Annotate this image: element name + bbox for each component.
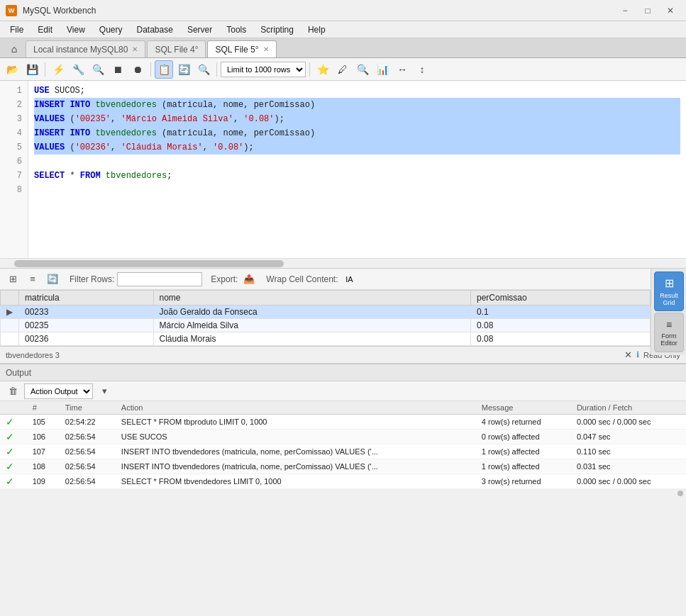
result-close-btn[interactable]: ✕ (619, 347, 636, 364)
tab-close-local[interactable]: ✕ (132, 45, 138, 53)
output-status: ✓ (0, 474, 27, 489)
output-row[interactable]: ✓ 109 02:56:54 SELECT * FROM tbvendedore… (0, 474, 686, 489)
app-icon: W (6, 5, 17, 16)
tab-sql-file-4[interactable]: SQL File 4° (147, 40, 206, 57)
unindent-button[interactable]: ↔ (393, 60, 411, 79)
row-indicator (1, 332, 19, 346)
stop-button[interactable]: ⏹ (109, 60, 127, 79)
editor-hscroll[interactable] (0, 258, 686, 268)
form-editor-panel-btn[interactable]: ≡ FormEditor (654, 313, 684, 352)
result-refresh-btn[interactable]: 🔄 (44, 271, 61, 288)
results-inner: ⊞ ≡ 🔄 Filter Rows: Export: 📤 Wrap Cell C… (0, 269, 651, 346)
record-button[interactable]: ⏺ (128, 60, 147, 79)
col-status (0, 401, 27, 415)
col-num[interactable]: # (27, 401, 60, 415)
maximize-button[interactable]: □ (638, 4, 658, 18)
table-row[interactable]: 00235 Márcio Almeida Silva 0.08 (1, 319, 651, 332)
menu-item-tools[interactable]: Tools (219, 23, 253, 36)
find-replace-button[interactable]: 🔍 (353, 60, 372, 79)
sql-editor[interactable]: 1 2 3 4 5 6 7 8 USE SUCOS; INSERT INTO t… (0, 81, 686, 258)
col-time[interactable]: Time (60, 401, 116, 415)
output-dropdown-btn[interactable]: ▾ (96, 383, 113, 400)
col-action[interactable]: Action (116, 401, 476, 415)
menu-item-server[interactable]: Server (180, 23, 219, 36)
comment-button[interactable]: ↕ (413, 60, 431, 79)
cell-percomissao: 0.1 (470, 306, 650, 319)
output-duration: 0.000 sec / 0.000 sec (571, 474, 686, 489)
table-row[interactable]: ▶ 00233 João Geraldo da Fonseca 0.1 (1, 306, 651, 319)
output-action: INSERT INTO tbvendedores (matricula, nom… (116, 444, 476, 459)
col-nome[interactable]: nome (153, 291, 470, 306)
output-table-wrapper[interactable]: # Time Action Message Duration / Fetch ✓… (0, 401, 686, 489)
minimize-button[interactable]: − (615, 4, 635, 18)
bookmark-button[interactable]: ⭐ (314, 60, 332, 79)
output-row[interactable]: ✓ 108 02:56:54 INSERT INTO tbvendedores … (0, 459, 686, 474)
result-grid-btn[interactable]: ⊞ (4, 271, 21, 288)
limit-rows-select[interactable]: Limit to 1000 rows Limit to 200 rows Don… (221, 62, 306, 77)
explain-button[interactable]: 🔍 (89, 60, 107, 79)
save-file-button[interactable]: 💾 (23, 60, 41, 79)
toggle-button[interactable]: 📋 (155, 60, 173, 79)
output-header-row: # Time Action Message Duration / Fetch (0, 401, 686, 415)
output-status: ✓ (0, 444, 27, 459)
col-indicator (1, 291, 19, 306)
tab-close-sql5[interactable]: ✕ (263, 45, 269, 53)
menu-item-edit[interactable]: Edit (31, 23, 60, 36)
col-matricula[interactable]: matricula (19, 291, 154, 306)
output-clear-btn[interactable]: 🗑 (4, 383, 21, 400)
action-output-select[interactable]: Action Output (24, 383, 93, 399)
output-row[interactable]: ✓ 106 02:56:54 USE SUCOS 0 row(s) affect… (0, 430, 686, 444)
line-num-3: 3 (0, 112, 28, 126)
menu-item-scripting[interactable]: Scripting (253, 23, 301, 36)
title-bar: W MySQL Workbench − □ ✕ (0, 0, 686, 21)
result-grid-panel-btn[interactable]: ⊞ ResultGrid (654, 271, 684, 311)
refresh-button[interactable]: 🔄 (175, 60, 193, 79)
code-content[interactable]: USE SUCOS; INSERT INTO tbvendedores (mat… (28, 81, 686, 258)
menu-item-file[interactable]: File (3, 23, 31, 36)
output-message: 1 row(s) affected (476, 459, 571, 474)
code-line-7: SELECT * FROM tbvendedores; (34, 169, 680, 183)
output-message: 4 row(s) returned (476, 415, 571, 430)
cell-matricula: 00233 (19, 306, 154, 319)
home-tab[interactable]: ⌂ (3, 40, 26, 57)
output-num: 107 (27, 444, 60, 459)
export-label: Export: (211, 274, 238, 284)
format-button[interactable]: 🖊 (333, 60, 352, 79)
search-button[interactable]: 🔍 (194, 60, 213, 79)
menu-item-help[interactable]: Help (301, 23, 333, 36)
output-vscroll[interactable] (0, 489, 686, 498)
execute-button[interactable]: ⚡ (49, 60, 67, 79)
open-file-button[interactable]: 📂 (3, 60, 21, 79)
cell-matricula: 00236 (19, 332, 154, 346)
tab-sql-file-5[interactable]: SQL File 5° ✕ (207, 40, 276, 57)
output-time: 02:56:54 (60, 474, 116, 489)
table-row[interactable]: 00236 Cláudia Morais 0.08 (1, 332, 651, 346)
output-row[interactable]: ✓ 107 02:56:54 INSERT INTO tbvendedores … (0, 444, 686, 459)
tab-local-instance[interactable]: Local instance MySQL80 ✕ (26, 40, 145, 57)
export-button[interactable]: 📤 (240, 271, 258, 288)
line-num-2: 2 (0, 98, 28, 112)
col-duration[interactable]: Duration / Fetch (571, 401, 686, 415)
filter-rows-input[interactable] (117, 272, 202, 286)
result-form-btn[interactable]: ≡ (24, 271, 41, 288)
execute-selection-button[interactable]: 🔧 (69, 60, 87, 79)
output-status: ✓ (0, 430, 27, 444)
line-num-7: 7 (0, 169, 28, 183)
col-percomissao[interactable]: perComissao (470, 291, 650, 306)
close-button[interactable]: ✕ (660, 4, 680, 18)
menu-item-database[interactable]: Database (130, 23, 180, 36)
hscroll-thumb[interactable] (14, 260, 284, 267)
cell-percomissao: 0.08 (470, 319, 650, 332)
wrap-cell-button[interactable]: IA (341, 271, 358, 288)
col-message[interactable]: Message (476, 401, 571, 415)
menu-item-view[interactable]: View (60, 23, 92, 36)
toolbar-sep-1 (45, 62, 45, 77)
output-vscroll-thumb[interactable] (677, 491, 683, 496)
line-numbers: 1 2 3 4 5 6 7 8 (0, 81, 28, 258)
output-row[interactable]: ✓ 105 02:54:22 SELECT * FROM tbproduto L… (0, 415, 686, 430)
filter-rows-label: Filter Rows: (70, 274, 114, 284)
menu-item-query[interactable]: Query (92, 23, 130, 36)
cell-percomissao: 0.08 (470, 332, 650, 346)
data-table-wrapper[interactable]: matricula nome perComissao ▶ 00233 João … (0, 290, 651, 346)
indent-button[interactable]: 📊 (373, 60, 392, 79)
